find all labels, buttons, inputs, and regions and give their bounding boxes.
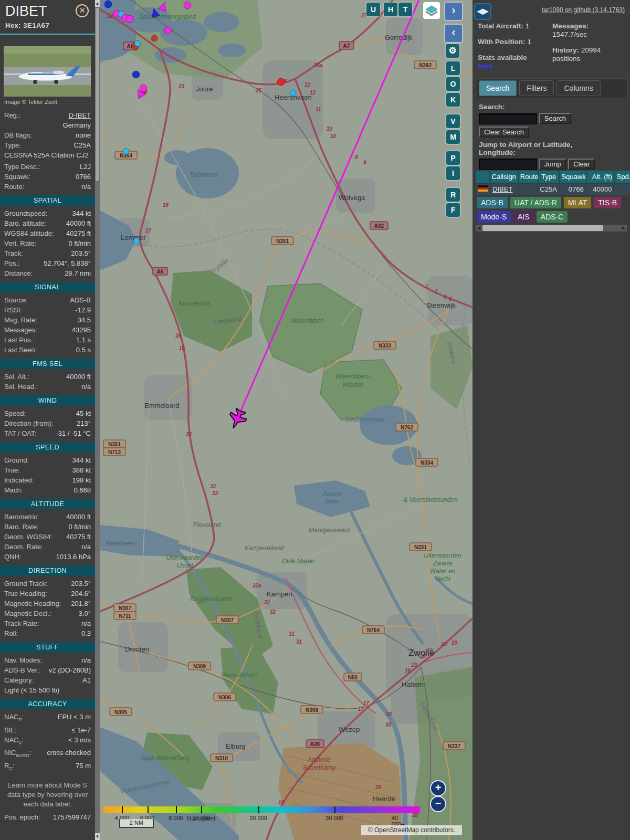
panel-tab[interactable]: Columns [556, 80, 600, 96]
source-filter-chip[interactable]: UAT / ADS-R [510, 197, 561, 208]
search-button[interactable]: Search [539, 113, 571, 124]
github-link[interactable]: tar1090 on github (3.14.1763) [542, 6, 625, 14]
jump-clear-button[interactable]: Clear [568, 159, 595, 170]
section-stuff: STUFF [0, 642, 95, 653]
panel-collapse-icon[interactable]: ‹ [444, 24, 463, 43]
map-toggle-button[interactable]: V [446, 114, 460, 128]
aircraft-marker[interactable] [126, 15, 133, 23]
road-shield: A32 [370, 222, 388, 229]
exit-number: 30 [386, 711, 392, 717]
source-filter-chip[interactable]: AIS [513, 211, 534, 223]
scroll-up-icon[interactable]: ▲ [95, 0, 100, 7]
search-section: Search: Search Clear Search Jump to Airp… [479, 103, 626, 170]
nacp-row: NACP:EPU < 3 m [0, 712, 95, 725]
road-shield: N764 [362, 626, 384, 634]
aircraft-marker[interactable] [164, 27, 172, 34]
scrollbar-thumb[interactable] [96, 8, 99, 181]
table-header-cell[interactable]: Route [519, 171, 538, 183]
messages-rate: Messages:1547.7/sec [552, 22, 627, 39]
scroll-right-icon[interactable]: ▶ [621, 225, 627, 232]
map-svg[interactable]: Sneekermeergebied Joure Heerenveen Gorre… [100, 0, 472, 840]
source-filter-chip[interactable]: ADS-C [537, 211, 568, 223]
exit-number: 32a [253, 583, 261, 589]
aircraft-marker[interactable] [134, 40, 141, 47]
data-row: Nav. Modes:n/a [0, 655, 95, 665]
map-canvas[interactable]: Sneekermeergebied Joure Heerenveen Gorre… [100, 0, 472, 840]
panel-expand-icon[interactable]: › [444, 2, 463, 21]
scale-bar: 2 NM [119, 819, 154, 828]
jump-label: Jump to Airport or Latitude,Longitude: [479, 141, 626, 156]
callsign-cell[interactable]: DIBET [491, 184, 518, 195]
aircraft-marker[interactable] [133, 238, 140, 244]
button-u[interactable]: U [366, 3, 380, 16]
type-row: Type:C25A [0, 140, 95, 150]
aircraft-marker[interactable] [277, 78, 285, 86]
aircraft-marker[interactable] [151, 35, 158, 41]
panel-tab[interactable]: Search [479, 80, 517, 96]
aircraft-marker[interactable] [140, 85, 147, 92]
table-row[interactable]: DIBET C25A 0766 40000 [476, 183, 630, 195]
map-label-steenwijk: Steenwijk [426, 301, 456, 309]
map-toggle-button[interactable]: M [446, 130, 460, 144]
scroll-down-icon[interactable]: ▼ [95, 833, 100, 840]
table-header-cell[interactable]: Type [539, 171, 559, 183]
map-toggle-button[interactable]: L [446, 61, 460, 75]
map-label-kampereiland: Kampereiland [245, 544, 284, 552]
aircraft-marker[interactable] [132, 71, 140, 78]
jump-button[interactable]: Jump [539, 159, 566, 170]
section-signal: SIGNAL [0, 282, 95, 292]
exit-number: 16 [175, 333, 182, 339]
button-h[interactable]: H [384, 3, 397, 16]
exit-number: 1 [425, 284, 428, 289]
map-label-uiterw1: Uiterwaarden [166, 554, 204, 561]
aircraft-marker[interactable] [290, 90, 296, 96]
settings-gear-icon[interactable]: ⚙ [446, 44, 459, 58]
stats-here-link[interactable]: here [478, 62, 493, 70]
aircraft-marker[interactable] [184, 2, 191, 9]
source-filter-chip[interactable]: Mode-S [477, 211, 511, 223]
zoom-out-icon[interactable]: − [430, 796, 446, 812]
panel-width-toggle-icon[interactable]: ◀▶ [474, 3, 491, 20]
scroll-left-icon[interactable]: ◀ [476, 225, 482, 232]
sidebar-scrollbar[interactable]: ▲ ▼ [95, 0, 100, 840]
source-filter-chip[interactable]: ADS-B [477, 197, 508, 208]
zoom-in-icon[interactable]: + [430, 780, 446, 796]
exit-number: 18 [405, 668, 411, 674]
map-toggle-button[interactable]: I [446, 166, 460, 180]
section-altitude: ALTITUDE [0, 499, 95, 509]
aircraft-photo[interactable] [4, 46, 91, 97]
clear-search-button[interactable]: Clear Search [479, 127, 529, 138]
map-toggle-button[interactable]: F [446, 203, 460, 217]
aircraft-marker[interactable] [104, 1, 112, 8]
table-header-cell[interactable] [476, 171, 489, 183]
panel-tabs: SearchFiltersColumns [477, 78, 628, 98]
signal-rows: Source:ADS-BRSSI:-12.9Msg. Rate:34.5Mess… [0, 295, 95, 355]
table-header-cell[interactable]: Alt. (ft) [587, 171, 614, 183]
hscroll-thumb[interactable] [482, 225, 603, 231]
aircraft-marker[interactable] [123, 148, 129, 154]
map-label-ketelmeer: Ketelmeer [106, 540, 135, 547]
sil-row: SIL:≤ 1e-7 [0, 725, 95, 735]
source-filter-chip[interactable]: MLAT [564, 197, 591, 208]
map-toggle-button[interactable]: R [446, 188, 460, 202]
panel-tab[interactable]: Filters [519, 80, 554, 96]
registration-link[interactable]: D-IBET [68, 110, 91, 120]
table-header-cell[interactable]: Spd. [615, 171, 630, 183]
table-header-cell[interactable]: Callsign [490, 171, 518, 183]
map-toggle-button[interactable]: P [446, 151, 460, 165]
layer-switcher-icon[interactable] [423, 2, 440, 19]
table-header-cell[interactable]: Squawk [560, 171, 586, 183]
jump-input[interactable] [479, 159, 537, 170]
svg-text:N305: N305 [114, 709, 127, 715]
map-toggle-button[interactable]: O [446, 77, 460, 91]
source-filter-chip[interactable]: TIS-B [594, 197, 621, 208]
button-t[interactable]: T [398, 3, 412, 16]
section-direction: DIRECTION [0, 565, 95, 576]
close-icon[interactable]: ✕ [76, 4, 89, 17]
svg-text:N331: N331 [414, 544, 427, 550]
map-label-schietkamp1: Artillerie [307, 756, 331, 763]
svg-text:N307: N307 [221, 617, 234, 623]
search-input[interactable] [479, 113, 537, 124]
map-toggle-button[interactable]: K [446, 93, 460, 107]
table-horizontal-scrollbar[interactable]: ◀ ▶ [476, 225, 627, 232]
